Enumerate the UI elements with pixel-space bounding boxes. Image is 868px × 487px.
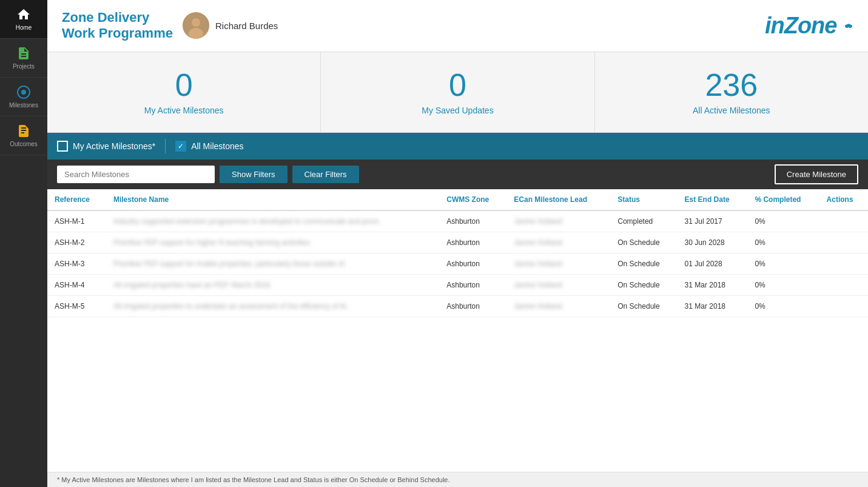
cell-ecan-lead: Janine Holland [506, 210, 610, 232]
stat-all-milestones: 236 All Active Milestones [595, 52, 868, 132]
stat-all-milestones-number: 236 [705, 69, 758, 101]
avatar [183, 12, 209, 39]
svg-point-3 [192, 18, 200, 27]
cell-reference: ASH-M-2 [47, 232, 106, 253]
col-actions: Actions [819, 189, 868, 210]
filter-bar: Show Filters Clear Filters Create Milest… [47, 160, 868, 189]
table-row[interactable]: ASH-M-3 Prioritise FEP support for Arabl… [47, 253, 868, 274]
header-left: Zone Delivery Work Programme Richard Bur… [62, 10, 278, 42]
inzone-bird-icon [844, 22, 853, 32]
sidebar: Home Projects Milestones Outcomes [0, 0, 47, 487]
cell-pct-completed: 0% [747, 274, 819, 295]
cell-pct-completed: 0% [747, 253, 819, 274]
cell-cwms-zone: Ashburton [439, 210, 506, 232]
sidebar-item-projects[interactable]: Projects [0, 39, 47, 78]
footer-note: * My Active Milestones are Milestones wh… [47, 472, 868, 487]
cell-actions [819, 232, 868, 253]
table-toolbar: My Active Milestones* All Milestones [47, 133, 868, 160]
page-header: Zone Delivery Work Programme Richard Bur… [47, 0, 868, 52]
stat-active-milestones-label: My Active Milestones [144, 106, 224, 115]
cell-pct-completed: 0% [747, 210, 819, 232]
cell-pct-completed: 0% [747, 295, 819, 317]
stat-all-milestones-label: All Active Milestones [693, 106, 770, 115]
cell-actions [819, 210, 868, 232]
cell-milestone-name: Industry supported extension programmes … [106, 210, 439, 232]
cell-reference: ASH-M-1 [47, 210, 106, 232]
cell-est-end-date: 30 Jun 2028 [678, 232, 748, 253]
avatar-image [183, 12, 209, 39]
table-row[interactable]: ASH-M-4 All irrigated properties have an… [47, 274, 868, 295]
search-input[interactable] [57, 166, 215, 183]
stats-row: 0 My Active Milestones 0 My Saved Update… [47, 52, 868, 133]
cell-pct-completed: 0% [747, 232, 819, 253]
user-name: Richard Burdes [215, 21, 278, 31]
projects-icon [16, 46, 31, 61]
col-cwms-zone: CWMS Zone [439, 189, 506, 210]
cell-actions [819, 253, 868, 274]
cell-est-end-date: 31 Jul 2017 [678, 210, 748, 232]
cell-ecan-lead: Janine Holland [506, 295, 610, 317]
cell-cwms-zone: Ashburton [439, 253, 506, 274]
cell-reference: ASH-M-4 [47, 274, 106, 295]
inzone-logo: inZone [765, 13, 853, 39]
checkbox-my-active-label: My Active Milestones* [73, 141, 155, 151]
table-row[interactable]: ASH-M-5 All irrigated properties to unde… [47, 295, 868, 317]
col-reference: Reference [47, 189, 106, 210]
cell-reference: ASH-M-3 [47, 253, 106, 274]
cell-cwms-zone: Ashburton [439, 295, 506, 317]
cell-actions [819, 295, 868, 317]
home-icon [16, 7, 31, 22]
stat-saved-updates-label: My Saved Updates [422, 106, 493, 115]
cell-milestone-name: All irrigated properties to undertake an… [106, 295, 439, 317]
table-header-row: Reference Milestone Name CWMS Zone ECan … [47, 189, 868, 210]
svg-point-4 [189, 28, 203, 39]
cell-milestone-name: All irrigated properties have an FEP. Ma… [106, 274, 439, 295]
checkbox-my-active-box[interactable] [57, 141, 68, 152]
stat-saved-updates: 0 My Saved Updates [321, 52, 594, 132]
col-est-end-date: Est End Date [678, 189, 748, 210]
cell-ecan-lead: Janine Holland [506, 253, 610, 274]
main-content: Zone Delivery Work Programme Richard Bur… [47, 0, 868, 487]
milestones-table: Reference Milestone Name CWMS Zone ECan … [47, 189, 868, 317]
cell-reference: ASH-M-5 [47, 295, 106, 317]
table-row[interactable]: ASH-M-2 Prioritise FEP support for highe… [47, 232, 868, 253]
cell-ecan-lead: Janine Holland [506, 232, 610, 253]
cell-actions [819, 274, 868, 295]
user-info: Richard Burdes [183, 12, 278, 39]
sidebar-item-outcomes[interactable]: Outcomes [0, 116, 47, 155]
cell-est-end-date: 31 Mar 2018 [678, 274, 748, 295]
show-filters-button[interactable]: Show Filters [220, 166, 288, 183]
sidebar-item-projects-label: Projects [13, 63, 35, 70]
checkbox-all-milestones-box[interactable] [175, 141, 186, 152]
cell-status: On Schedule [610, 274, 677, 295]
stat-active-milestones-number: 0 [175, 69, 193, 101]
table-body: ASH-M-1 Industry supported extension pro… [47, 210, 868, 317]
table-section: My Active Milestones* All Milestones Sho… [47, 133, 868, 487]
col-status: Status [610, 189, 677, 210]
stat-active-milestones: 0 My Active Milestones [47, 52, 321, 132]
table-row[interactable]: ASH-M-1 Industry supported extension pro… [47, 210, 868, 232]
sidebar-item-outcomes-label: Outcomes [10, 141, 38, 147]
sidebar-item-home[interactable]: Home [0, 0, 47, 39]
cell-status: Completed [610, 210, 677, 232]
sidebar-item-milestones[interactable]: Milestones [0, 78, 47, 116]
page-title: Zone Delivery Work Programme [62, 10, 173, 42]
milestones-table-container[interactable]: Reference Milestone Name CWMS Zone ECan … [47, 189, 868, 472]
col-ecan-lead: ECan Milestone Lead [506, 189, 610, 210]
outcomes-icon [16, 124, 31, 138]
divider [165, 139, 166, 153]
checkbox-my-active[interactable]: My Active Milestones* [57, 141, 155, 152]
milestones-icon [16, 85, 31, 99]
col-pct-completed: % Completed [747, 189, 819, 210]
checkbox-all-milestones[interactable]: All Milestones [175, 141, 243, 152]
svg-point-1 [21, 90, 26, 95]
create-milestone-button[interactable]: Create Milestone [775, 164, 858, 184]
cell-cwms-zone: Ashburton [439, 274, 506, 295]
cell-status: On Schedule [610, 295, 677, 317]
clear-filters-button[interactable]: Clear Filters [292, 166, 359, 183]
cell-ecan-lead: Janine Holland [506, 274, 610, 295]
cell-cwms-zone: Ashburton [439, 232, 506, 253]
cell-milestone-name: Prioritise FEP support for higher N leac… [106, 232, 439, 253]
cell-est-end-date: 01 Jul 2028 [678, 253, 748, 274]
sidebar-item-milestones-label: Milestones [9, 102, 38, 109]
